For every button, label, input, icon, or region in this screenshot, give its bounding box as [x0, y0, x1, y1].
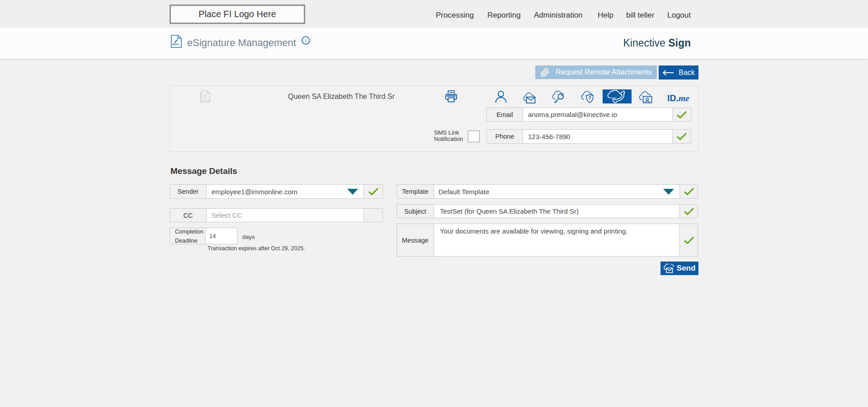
- svg-text:i: i: [305, 37, 307, 44]
- svg-text:?: ?: [588, 95, 591, 101]
- svg-text:1: 1: [203, 93, 207, 100]
